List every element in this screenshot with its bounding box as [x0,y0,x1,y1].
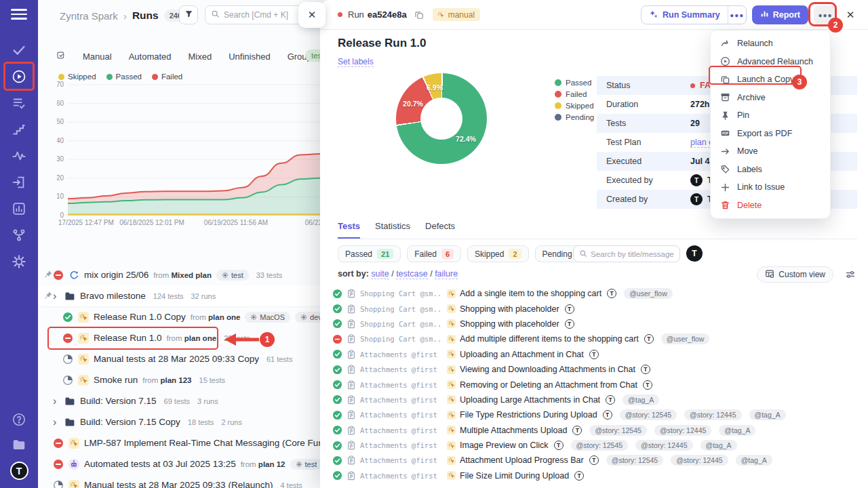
drawer-corner-close-button[interactable]: ✕ [298,2,326,28]
tab-defects[interactable]: Defects [425,221,455,239]
test-title[interactable]: Shopping with placeholder [460,304,559,314]
help-icon[interactable] [11,411,27,428]
run-list-item[interactable]: ›Build: Version 7.15 Copy18 tests2 runs [38,411,326,432]
check-icon[interactable] [11,42,27,58]
tests-search-input[interactable] [591,250,674,258]
run-summary-button[interactable]: Run Summary ●●● [641,5,747,24]
search-input[interactable] [224,10,302,20]
global-search[interactable] [205,5,308,24]
run-list-item[interactable]: Manual tests at 28 Mar 2025 09:33 Copy61… [38,348,326,369]
run-list-item[interactable]: ›Bravo milestone124 tests32 runs [38,285,326,306]
select-all-icon[interactable] [56,50,66,62]
test-row[interactable]: Attachments @firstAttachment Upload Prog… [320,453,868,468]
breadcrumb-project[interactable]: Zyntra Spark [60,10,118,22]
run-name[interactable]: Release Run 1.0 [94,333,162,343]
test-row[interactable]: Attachments @firstUploading an Attachmen… [320,347,868,362]
runs-tab-unfinished[interactable]: Unfinished [229,52,270,62]
breadcrumb-section[interactable]: Runs [132,9,159,22]
filter-button[interactable] [179,5,198,24]
test-row[interactable]: Attachments @firstFile Size Limit During… [320,468,868,483]
play-circle-icon[interactable] [11,68,27,85]
run-name[interactable]: mix origin 25/06 [84,270,149,280]
test-title[interactable]: File Size Limit During Upload [460,471,569,481]
test-title[interactable]: Attachment Upload Progress Bar [460,455,584,465]
folder-icon[interactable] [11,436,27,453]
tab-tests[interactable]: Tests [338,221,360,239]
custom-view-button[interactable]: Custom view [757,266,833,283]
filter-failed[interactable]: Failed6 [407,245,461,262]
filter-skipped[interactable]: Skipped2 [467,245,529,262]
gear-icon[interactable] [11,253,27,270]
runs-tab-mixed[interactable]: Mixed [189,52,212,62]
runs-tab-automated[interactable]: Automated [129,52,172,62]
run-name[interactable]: Automated tests at 03 Jul 2025 13:25 [84,459,236,469]
menu-item-move[interactable]: Move [711,142,830,161]
menu-item-labels[interactable]: Labels [711,161,830,179]
sort-by-suite[interactable]: suite [371,269,389,279]
run-list-item[interactable]: LMP-587 Implement Real-Time Chat Messagi… [38,432,326,453]
test-title[interactable]: Shopping with placeholder [460,319,559,329]
filter-passed[interactable]: Passed21 [338,245,401,262]
close-icon[interactable]: ✕ [842,9,859,21]
run-list-item[interactable]: Release Run 1.0 Copyfrom plan oneMacOSde… [38,306,326,327]
test-row[interactable]: Attachments @firstImage Preview on Click… [320,438,868,453]
test-row[interactable]: Shopping Cart @sm...Add a single item to… [320,286,868,301]
run-name[interactable]: Smoke run [94,375,138,385]
user-avatar[interactable]: T [10,462,28,480]
chevron-right-icon[interactable]: › [53,417,60,428]
test-title[interactable]: Removing or Deleting an Attachment from … [460,380,637,390]
test-title[interactable]: Add a single item to the shopping cart [460,289,601,298]
run-summary-more-button[interactable]: ●●● [728,6,746,24]
test-title[interactable]: Uploading Large Attachments in Chat [460,395,600,405]
run-list-item[interactable]: ›Build: Version 7.1569 tests3 runs [38,390,326,411]
sort-by-testcase[interactable]: testcase [396,269,428,279]
branch-icon[interactable] [11,227,27,243]
menu-item-launch-a-copy[interactable]: Launch a Copy [711,70,830,89]
run-name[interactable]: Build: Version 7.15 [80,396,157,406]
set-labels-link[interactable]: Set labels [338,57,374,67]
chevron-right-icon[interactable]: › [53,291,60,302]
test-title[interactable]: Viewing and Downloading Attachments in C… [460,365,635,374]
menu-item-pin[interactable]: Pin [711,106,830,125]
run-name[interactable]: LMP-587 Implement Real-Time Chat Messagi… [84,438,326,448]
run-list-item[interactable]: Release Run 1.0from plan one29 tests [38,327,326,348]
test-row[interactable]: Attachments @firstFile Type Restrictions… [320,407,868,422]
menu-item-delete[interactable]: Delete [711,197,830,215]
run-list-item[interactable]: mix origin 25/06from Mixed plantest33 te… [38,264,326,285]
tests-search[interactable] [573,245,680,262]
bar-chart-icon[interactable] [11,201,27,217]
enter-icon[interactable] [11,174,27,190]
steps-icon[interactable] [11,121,27,138]
sort-by-failure[interactable]: failure [435,269,458,279]
runs-tab-manual[interactable]: Manual [83,52,112,62]
run-name[interactable]: Manual tests at 28 Mar 2025 09:33 (Relau… [84,480,273,488]
tab-statistics[interactable]: Statistics [375,221,410,239]
run-name[interactable]: Bravo milestone [80,291,146,301]
menu-item-archive[interactable]: Archive [711,89,830,107]
sliders-icon[interactable] [845,269,856,280]
test-title[interactable]: Image Preview on Click [460,441,549,450]
test-row[interactable]: Shopping Cart @sm...Add multiple differe… [320,331,868,346]
run-name[interactable]: Build: Version 7.15 Copy [80,417,180,427]
run-name[interactable]: Manual tests at 28 Mar 2025 09:33 Copy [94,354,259,364]
test-row[interactable]: Attachments @firstMultiple Attachments U… [320,423,868,438]
test-title[interactable]: File Type Restrictions During Upload [460,410,597,420]
run-list-item[interactable]: Automated tests at 03 Jul 2025 13:25from… [38,453,326,474]
test-row[interactable]: Shopping Cart @sm...Shopping with placeh… [320,317,868,331]
test-row[interactable]: Attachments @firstViewing and Downloadin… [320,362,868,377]
menu-item-relaunch[interactable]: Relaunch [711,35,830,53]
menu-item-export-as-pdf[interactable]: Export as PDF [711,125,830,143]
report-button[interactable]: Report [752,5,808,24]
run-list-item[interactable]: Smoke runfrom plan 12315 tests [38,369,326,390]
chevron-right-icon[interactable]: › [53,396,60,407]
test-title[interactable]: Add multiple different items to the shop… [460,334,639,344]
test-title[interactable]: Uploading an Attachment in Chat [460,350,584,359]
run-name[interactable]: Release Run 1.0 Copy [94,312,186,322]
menu-icon[interactable] [11,7,27,22]
run-list-item[interactable]: Manual tests at 28 Mar 2025 09:33 (Relau… [38,474,326,488]
menu-item-link-to-issue[interactable]: Link to Issue [711,178,830,197]
assignee-avatar[interactable]: T [686,245,703,262]
copy-icon[interactable] [414,10,424,20]
test-title[interactable]: Multiple Attachments Upload [460,426,567,435]
pulse-icon[interactable] [11,148,27,164]
